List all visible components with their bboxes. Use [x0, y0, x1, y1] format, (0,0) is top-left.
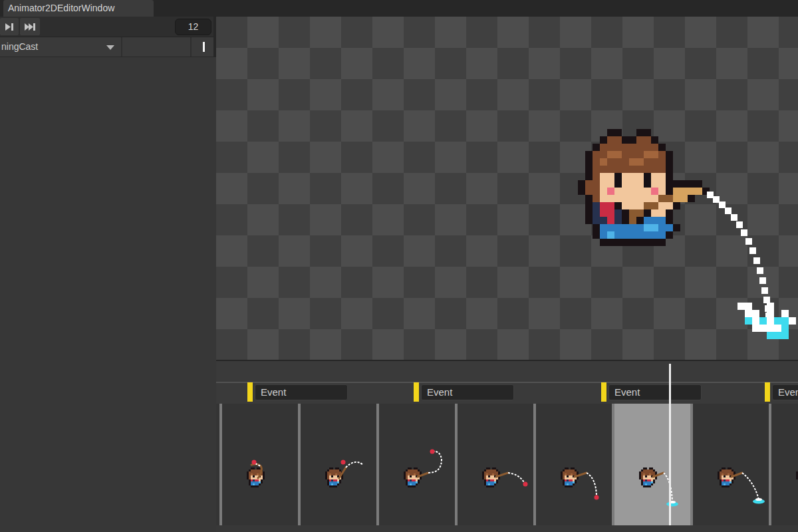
timeline-frame-3[interactable]: [379, 404, 455, 525]
tab-title: Animator2DEditorWindow: [8, 3, 114, 13]
timeline-frame-5[interactable]: [536, 404, 612, 525]
event-marker-3[interactable]: [601, 382, 606, 402]
frame-divider: [455, 404, 458, 525]
playhead[interactable]: [669, 364, 671, 525]
timeline-frame-8[interactable]: [771, 404, 798, 525]
frame-divider: [769, 404, 771, 525]
timeline-frame-4[interactable]: [458, 404, 533, 525]
frame-divider: [533, 404, 536, 525]
frame-divider: [376, 404, 379, 525]
timeline-frame-7[interactable]: [693, 404, 769, 525]
event-marker-4[interactable]: [765, 382, 770, 402]
frame-divider: [219, 404, 222, 525]
animator-2d-editor-window: Animator2DEditorWindow 12 ningCast: [0, 0, 798, 532]
event-label-box-4[interactable]: Event: [772, 384, 798, 400]
event-marker-1[interactable]: [247, 382, 253, 402]
timeline-frame-2[interactable]: [301, 404, 376, 525]
toolbar-cursor-cell[interactable]: [192, 37, 213, 57]
preview-canvas[interactable]: [216, 17, 798, 360]
tab-animator2d-editor-window[interactable]: Animator2DEditorWindow: [3, 0, 154, 17]
next-frame-button[interactable]: [0, 18, 19, 35]
frame-divider: [690, 404, 693, 525]
skip-to-end-icon: [24, 23, 37, 31]
frame-divider: [612, 404, 614, 525]
water-splash-sprite: [737, 303, 796, 342]
event-marker-2[interactable]: [414, 382, 419, 402]
timeline-frame-6[interactable]: [614, 404, 690, 525]
animation-select-value: ningCast: [1, 41, 38, 52]
timeline-bottom-strip: [216, 525, 798, 532]
text-cursor: [203, 42, 205, 52]
animation-select-dropdown[interactable]: ningCast: [0, 37, 121, 57]
timeline-frame-1[interactable]: [222, 404, 298, 525]
tab-bar: Animator2DEditorWindow: [0, 0, 798, 17]
playback-toolbar: 12: [0, 17, 216, 37]
last-frame-button[interactable]: [20, 18, 40, 35]
fishing-line: [216, 17, 798, 360]
timeline-panel: EventEventEventEvent: [216, 360, 798, 532]
animation-toolbar: ningCast: [0, 37, 216, 57]
event-label-box-1[interactable]: Event: [255, 384, 348, 400]
event-label-box-2[interactable]: Event: [421, 384, 514, 400]
timeline-frames: [216, 404, 798, 525]
step-forward-icon: [5, 23, 15, 31]
frame-number-field[interactable]: 12: [175, 19, 211, 35]
toolbar-empty-cell[interactable]: [122, 37, 190, 57]
chevron-down-icon: [106, 45, 114, 50]
event-label-box-3[interactable]: Event: [608, 384, 702, 400]
left-panel: [0, 57, 216, 532]
timeline-events: EventEventEventEvent: [216, 361, 798, 404]
frame-divider: [298, 404, 301, 525]
